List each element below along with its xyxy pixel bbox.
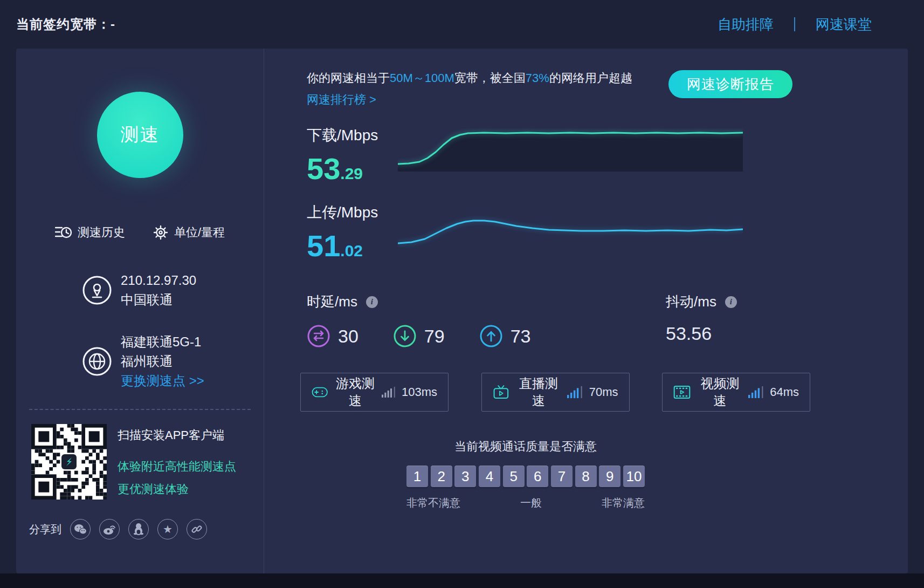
left-sidebar: 测速 测速历史	[16, 49, 264, 573]
score-button-3[interactable]: 3	[454, 466, 476, 487]
latency-jitter-row: 时延/ms i 30	[300, 292, 810, 348]
down-arrow-icon	[393, 324, 417, 348]
weibo-share-button[interactable]	[99, 519, 120, 539]
download-label: 下载/Mbps	[307, 125, 398, 146]
score-button-10[interactable]: 10	[623, 466, 645, 487]
score-button-2[interactable]: 2	[431, 466, 452, 487]
live-test-value: 70ms	[589, 385, 618, 399]
latency-info-icon[interactable]: i	[366, 296, 378, 308]
history-clock-icon	[55, 225, 72, 240]
diagnosis-report-button[interactable]: 网速诊断报告	[668, 70, 792, 98]
video-test-label: 视频测速	[698, 375, 742, 409]
upload-metric: 上传/Mbps 51 .02	[300, 202, 810, 263]
latency-label: 时延/ms	[307, 292, 357, 311]
signal-bars-icon	[382, 385, 396, 400]
copy-link-share-button[interactable]	[187, 519, 207, 539]
download-value-int: 53	[307, 151, 340, 186]
node-info: 福建联通5G-1 福州联通 更换测速点 >>	[16, 332, 264, 391]
film-icon	[673, 384, 691, 401]
scale-labels: 非常不满意 一般 非常满意	[406, 496, 645, 510]
score-button-1[interactable]: 1	[406, 466, 428, 487]
up-arrow-icon	[479, 324, 503, 348]
share-row: 分享到	[16, 519, 264, 539]
upload-value-dec: .02	[340, 242, 363, 260]
jitter-block: 抖动/ms i 53.56	[666, 292, 810, 348]
jitter-info-icon[interactable]: i	[725, 296, 737, 308]
game-test-button[interactable]: 游戏测速 103ms	[300, 373, 449, 412]
video-test-button[interactable]: 视频测速 64ms	[662, 373, 810, 412]
scale-low-label: 非常不满意	[406, 496, 460, 510]
signal-bars-icon	[567, 385, 584, 400]
footer-strip	[0, 573, 924, 588]
topbar: 当前签约宽带：- 自助排障 网速课堂	[0, 0, 924, 49]
live-test-button[interactable]: 直播测速 70ms	[481, 373, 630, 412]
test-history-label: 测速历史	[78, 224, 125, 241]
unit-range-label: 单位/量程	[174, 224, 225, 241]
swap-arrows-icon	[307, 324, 330, 348]
current-broadband-label: 当前签约宽带：-	[16, 16, 115, 33]
score-button-7[interactable]: 7	[551, 466, 573, 487]
upload-value-int: 51	[307, 228, 340, 263]
qzone-share-button[interactable]: ★	[157, 519, 178, 539]
latency-upload-value: 73	[511, 326, 531, 347]
scale-high-label: 非常满意	[602, 496, 645, 510]
jitter-value: 53.56	[666, 323, 810, 344]
speed-ranking-link[interactable]: 网速排行榜 >	[307, 92, 376, 108]
download-metric: 下载/Mbps 53 .29	[300, 125, 810, 186]
self-troubleshoot-link[interactable]: 自助排障	[718, 15, 774, 34]
latency-idle-value: 30	[338, 326, 358, 347]
score-button-5[interactable]: 5	[503, 466, 525, 487]
change-node-link[interactable]: 更换测速点 >>	[121, 371, 204, 391]
download-value-dec: .29	[340, 165, 363, 183]
upload-chart	[398, 206, 743, 249]
topnav: 自助排障 网速课堂	[718, 15, 872, 34]
wechat-share-button[interactable]	[70, 519, 91, 539]
score-button-9[interactable]: 9	[599, 466, 620, 487]
qr-section: 扫描安装APP客户端 体验附近高性能测速点 更优测速体验	[16, 424, 264, 500]
start-test-button[interactable]: 测速	[97, 92, 183, 178]
latency-upload: 73	[479, 324, 531, 348]
app-qr-code	[31, 424, 107, 500]
share-label: 分享到	[29, 522, 61, 537]
signal-bars-icon	[748, 385, 764, 400]
game-test-label: 游戏测速	[335, 375, 375, 409]
jitter-label: 抖动/ms	[666, 292, 716, 311]
topnav-divider	[794, 17, 795, 31]
bandwidth-range: 50M～100M	[390, 71, 454, 85]
live-test-label: 直播测速	[516, 375, 561, 409]
qr-promo-line1: 体验附近高性能测速点	[118, 459, 236, 475]
speedtest-panel: 测速 测速历史	[16, 49, 908, 573]
ip-info: 210.12.97.30 中国联通	[16, 271, 264, 310]
link-icon	[190, 523, 203, 536]
wechat-icon	[74, 524, 87, 535]
latency-idle: 30	[307, 324, 358, 348]
test-history-button[interactable]: 测速历史	[55, 224, 125, 241]
latency-download: 79	[393, 324, 445, 348]
qzone-star-icon: ★	[163, 524, 173, 535]
score-row: 1 2 3 4 5 6 7 8 9 10	[406, 466, 645, 487]
speed-class-link[interactable]: 网速课堂	[816, 15, 872, 34]
unit-range-button[interactable]: 单位/量程	[153, 224, 225, 241]
isp-name: 中国联通	[121, 290, 196, 310]
location-pin-icon	[82, 275, 112, 305]
video-test-value: 64ms	[770, 385, 799, 399]
qq-penguin-icon	[133, 523, 144, 536]
qq-share-button[interactable]	[128, 519, 149, 539]
results-section: 你的网速相当于50M～100M宽带，被全国73%的网络用户超越 网速排行榜 > …	[264, 49, 908, 573]
score-button-8[interactable]: 8	[575, 466, 597, 487]
gamepad-icon	[312, 384, 328, 400]
beat-percent: 73%	[526, 71, 549, 85]
ip-address: 210.12.97.30	[121, 271, 196, 290]
score-button-4[interactable]: 4	[479, 466, 500, 487]
download-chart	[398, 128, 743, 172]
scale-mid-label: 一般	[520, 496, 542, 510]
tv-icon	[493, 384, 509, 401]
quality-survey: 当前视频通话质量是否满意 1 2 3 4 5 6 7 8 9 10 非常不满意 …	[406, 439, 645, 510]
scenario-tests-row: 游戏测速 103ms 直播测速	[300, 373, 810, 412]
weibo-icon	[103, 523, 116, 535]
start-test-label: 测速	[121, 122, 160, 147]
summary-row: 你的网速相当于50M～100M宽带，被全国73%的网络用户超越 网速排行榜 > …	[300, 70, 810, 117]
score-button-6[interactable]: 6	[527, 466, 548, 487]
gear-icon	[153, 224, 169, 241]
latency-download-value: 79	[424, 326, 445, 347]
